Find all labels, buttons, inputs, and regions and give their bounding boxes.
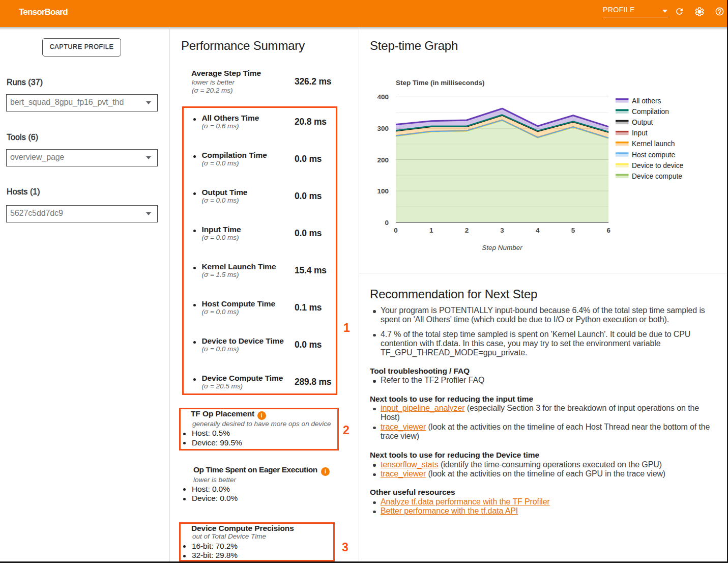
svg-text:4: 4 <box>536 227 540 234</box>
svg-text:Compilation: Compilation <box>632 108 669 116</box>
svg-text:300: 300 <box>377 125 389 132</box>
svg-text:Step Time (in milliseconds): Step Time (in milliseconds) <box>396 79 485 87</box>
svg-text:400: 400 <box>377 93 389 101</box>
svg-text:Input: Input <box>632 129 648 137</box>
svg-text:0: 0 <box>385 219 389 227</box>
svg-text:0: 0 <box>394 227 398 234</box>
svg-text:5: 5 <box>571 227 575 234</box>
svg-text:6: 6 <box>606 227 610 234</box>
svg-text:2: 2 <box>465 227 469 234</box>
svg-text:Step Number: Step Number <box>482 244 522 251</box>
svg-text:All others: All others <box>632 97 661 105</box>
svg-text:3: 3 <box>500 227 504 234</box>
svg-text:100: 100 <box>377 187 389 195</box>
svg-text:Device compute: Device compute <box>632 173 682 180</box>
svg-text:1: 1 <box>429 227 433 234</box>
svg-text:Device to device: Device to device <box>632 162 684 170</box>
svg-text:200: 200 <box>377 156 389 164</box>
svg-text:Output: Output <box>632 119 653 126</box>
svg-text:Kernel launch: Kernel launch <box>632 140 675 148</box>
svg-text:Host compute: Host compute <box>632 151 675 159</box>
